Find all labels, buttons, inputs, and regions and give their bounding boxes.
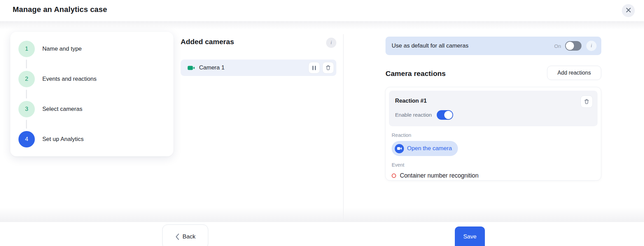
- toggle-knob: [566, 42, 574, 50]
- camera-name: Camera 1: [199, 64, 306, 71]
- page-title: Manage an Analytics case: [13, 5, 107, 14]
- reaction-value-chip[interactable]: Open the camera: [392, 141, 458, 156]
- trash-icon: [584, 99, 590, 105]
- event-row: Container number recognition: [392, 172, 595, 179]
- step-3-label: Select cameras: [42, 106, 82, 113]
- step-1-circle: 1: [18, 41, 35, 57]
- default-toggle[interactable]: [565, 41, 582, 51]
- added-cameras-heading: Added cameras: [181, 38, 234, 46]
- step-3-number: 3: [25, 106, 28, 113]
- content-top-shadow: [0, 21, 644, 29]
- add-reactions-button[interactable]: Add reactions: [547, 66, 601, 80]
- step-2-number: 2: [25, 76, 28, 82]
- dialog-footer: Back Save: [0, 222, 644, 246]
- step-1-label: Name and type: [42, 46, 82, 52]
- step-3-circle: 3: [18, 101, 35, 117]
- step-1-number: 1: [25, 46, 28, 52]
- toggle-state-label: On: [554, 43, 561, 49]
- camera-icon: [187, 65, 195, 70]
- reaction-field-label: Reaction: [392, 132, 595, 138]
- event-value-label: Container number recognition: [400, 172, 479, 179]
- back-button[interactable]: Back: [162, 224, 208, 246]
- step-2-label: Events and reactions: [42, 76, 97, 82]
- close-button[interactable]: [622, 4, 635, 17]
- camera-list-item[interactable]: Camera 1: [181, 60, 336, 76]
- chevron-left-icon: [175, 233, 179, 240]
- dialog-header: Manage an Analytics case: [0, 0, 644, 21]
- camera-delete-button[interactable]: [322, 62, 334, 74]
- enable-reaction-row: Enable reaction: [395, 110, 593, 120]
- stepper-card: 1 Name and type 2 Events and reactions 3…: [10, 32, 173, 156]
- step-events-and-reactions[interactable]: 2 Events and reactions: [18, 71, 165, 87]
- default-for-all-cameras-banner: Use as default for all cameras On i: [386, 37, 601, 55]
- toggle-knob: [444, 111, 452, 119]
- step-connector: [26, 120, 27, 129]
- step-2-circle: 2: [18, 71, 35, 87]
- reaction-value-label: Open the camera: [407, 145, 452, 152]
- step-4-circle: 4: [18, 131, 35, 147]
- step-connector: [26, 90, 27, 99]
- info-icon: i: [591, 43, 592, 49]
- step-connector: [26, 60, 27, 68]
- close-icon: [626, 8, 631, 14]
- reaction-card-header: Reaction #1 Enable reaction: [389, 91, 598, 126]
- step-set-up-analytics[interactable]: 4 Set up Analytics: [18, 131, 165, 147]
- enable-reaction-toggle[interactable]: [437, 110, 453, 120]
- event-type-icon: [392, 173, 396, 178]
- step-4-label: Set up Analytics: [42, 136, 84, 143]
- reaction-title: Reaction #1: [395, 98, 593, 104]
- pause-icon: [312, 66, 316, 70]
- step-4-number: 4: [25, 136, 28, 143]
- added-cameras-info-button[interactable]: i: [326, 38, 336, 48]
- default-banner-label: Use as default for all cameras: [392, 42, 554, 49]
- event-field-label: Event: [392, 162, 595, 168]
- panel-divider: [343, 34, 344, 222]
- enable-reaction-label: Enable reaction: [395, 112, 432, 118]
- info-icon: i: [331, 40, 332, 46]
- reaction-card: Reaction #1 Enable reaction Reaction Ope…: [385, 87, 601, 181]
- back-button-label: Back: [183, 233, 196, 240]
- reaction-delete-button[interactable]: [580, 95, 593, 108]
- reaction-card-body: Reaction Open the camera Event Container…: [389, 132, 598, 179]
- camera-icon: [395, 144, 404, 153]
- content-bottom-shadow: [0, 207, 644, 222]
- manage-analytics-dialog: Manage an Analytics case 1 Name and type…: [0, 0, 644, 246]
- step-name-and-type[interactable]: 1 Name and type: [18, 41, 165, 57]
- step-select-cameras[interactable]: 3 Select cameras: [18, 101, 165, 117]
- trash-icon: [325, 65, 331, 71]
- default-banner-info-button[interactable]: i: [586, 41, 597, 51]
- camera-reactions-heading: Camera reactions: [386, 69, 446, 78]
- camera-pause-button[interactable]: [308, 62, 320, 74]
- save-button[interactable]: Save: [455, 226, 485, 246]
